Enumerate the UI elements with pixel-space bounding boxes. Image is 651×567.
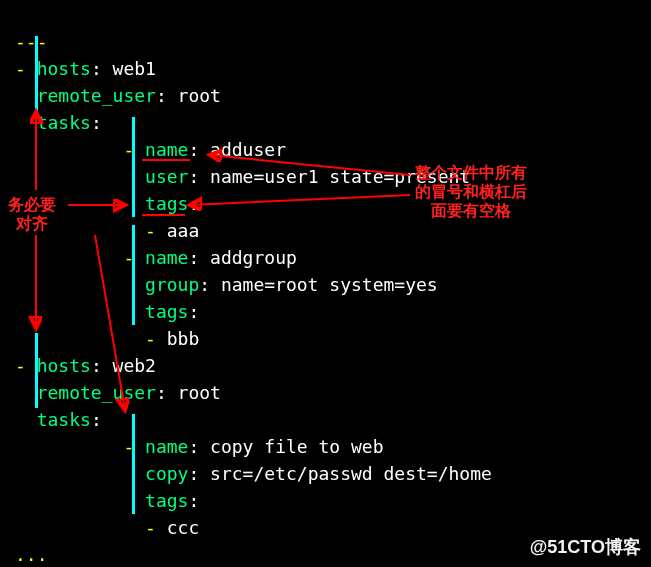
hosts-key: hosts [37, 58, 91, 79]
colon: : [91, 355, 113, 376]
alignment-bar [35, 36, 38, 111]
tag-dash: - [145, 517, 167, 538]
alignment-bar [132, 225, 135, 325]
colon: : [188, 193, 199, 214]
task-tags-key: tags [145, 490, 188, 511]
hosts-value: web1 [113, 58, 156, 79]
task-module-value: name=root system=yes [221, 274, 438, 295]
play-dash: - [15, 355, 37, 376]
remote-user-key: remote_user [37, 382, 156, 403]
task-name-key: name [145, 436, 188, 457]
task-name-key: name [145, 247, 188, 268]
code-content-wrap: --- - hosts: web1 remote_user: root task… [15, 28, 636, 567]
tag-value: bbb [167, 328, 200, 349]
alignment-bar [132, 414, 135, 514]
colon: : [188, 436, 210, 457]
yaml-code-block: --- - hosts: web1 remote_user: root task… [15, 28, 636, 567]
tag-dash: - [145, 328, 167, 349]
alignment-bar [132, 117, 135, 217]
annotation-left: 务必要 对齐 [8, 195, 56, 233]
colon: : [199, 274, 221, 295]
remote-user-value: root [178, 382, 221, 403]
colon: : [188, 490, 199, 511]
colon: : [188, 301, 199, 322]
task-name-key: name [145, 139, 188, 160]
doc-start-marker: --- [15, 31, 48, 52]
tasks-key: tasks [37, 112, 91, 133]
colon: : [91, 58, 113, 79]
task-module-key: group [145, 274, 199, 295]
colon: : [188, 139, 210, 160]
annotation-left-line1: 务必要 [8, 196, 56, 213]
hosts-value: web2 [113, 355, 156, 376]
colon: : [188, 247, 210, 268]
task-name-value: addgroup [210, 247, 297, 268]
task-tags-key: tags [145, 301, 188, 322]
play-dash: - [15, 58, 37, 79]
remote-user-key: remote_user [37, 85, 156, 106]
watermark: @51CTO博客 [530, 534, 641, 561]
alignment-bar [35, 333, 38, 408]
colon: : [188, 463, 210, 484]
tag-value: aaa [167, 220, 200, 241]
task-module-key: copy [145, 463, 188, 484]
annotation-right-line1: 整个文件中所有 [415, 164, 527, 181]
task-tags-key: tags [145, 193, 188, 214]
task-name-value: adduser [210, 139, 286, 160]
colon: : [156, 382, 178, 403]
doc-end-marker: ... [15, 544, 48, 565]
task-module-key: user [145, 166, 188, 187]
task-module-value: src=/etc/passwd dest=/home [210, 463, 492, 484]
colon: : [156, 85, 178, 106]
tag-value: ccc [167, 517, 200, 538]
colon: : [91, 112, 102, 133]
colon: : [91, 409, 102, 430]
hosts-key: hosts [37, 355, 91, 376]
annotation-right: 整个文件中所有 的冒号和横杠后 面要有空格 [415, 163, 527, 221]
annotation-right-line2: 的冒号和横杠后 [415, 183, 527, 200]
tag-dash: - [145, 220, 167, 241]
colon: : [188, 166, 210, 187]
tasks-key: tasks [37, 409, 91, 430]
task-name-value: copy file to web [210, 436, 383, 457]
annotation-right-line3: 面要有空格 [431, 202, 511, 219]
annotation-left-line2: 对齐 [16, 215, 48, 232]
remote-user-value: root [178, 85, 221, 106]
